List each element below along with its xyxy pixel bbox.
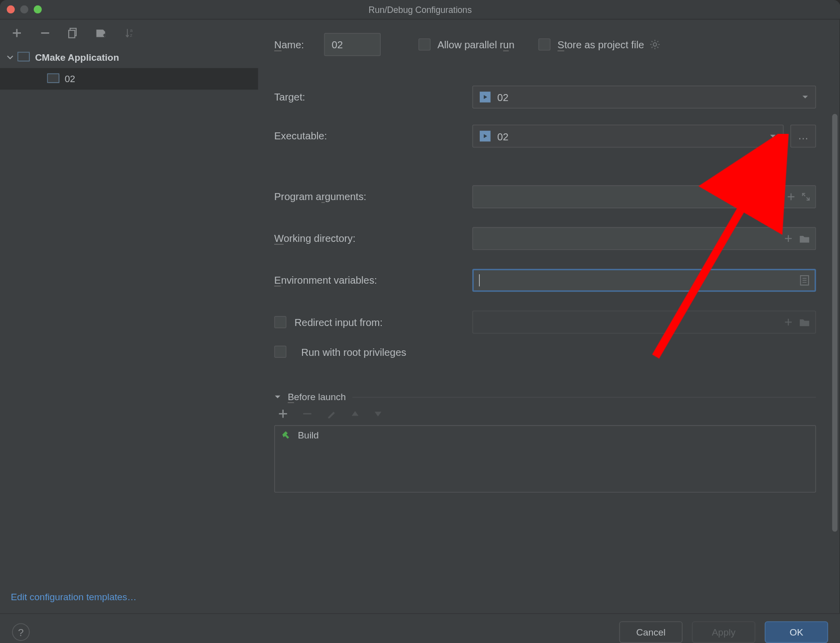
text-cursor xyxy=(479,274,480,286)
redirect-input-label: Redirect input from: xyxy=(295,317,383,328)
before-launch-label: Before launch xyxy=(288,392,346,403)
dialog-footer: ? Cancel Apply OK xyxy=(0,613,840,643)
svg-text:z: z xyxy=(130,32,132,38)
redirect-input-checkbox[interactable] xyxy=(274,316,286,328)
svg-rect-1 xyxy=(69,30,75,38)
remove-config-button[interactable] xyxy=(38,25,53,40)
cancel-button[interactable]: Cancel xyxy=(619,621,682,643)
before-launch-item-label: Build xyxy=(298,430,318,441)
before-launch-item[interactable]: Build xyxy=(275,426,815,445)
before-launch-section[interactable]: Before launch xyxy=(274,392,816,403)
sidebar-toolbar: az xyxy=(0,19,258,46)
vertical-scrollbar[interactable] xyxy=(832,114,838,532)
before-launch-list: Build xyxy=(274,425,816,492)
root-priv-checkbox[interactable] xyxy=(274,346,286,358)
program-args-input[interactable] xyxy=(472,185,816,208)
svg-text:a: a xyxy=(130,28,133,33)
run-target-icon xyxy=(480,92,491,103)
env-vars-input[interactable] xyxy=(472,269,816,292)
folder-icon xyxy=(799,318,810,326)
remove-task-button[interactable] xyxy=(303,409,312,419)
store-project-label: Store as project file xyxy=(557,39,644,50)
expand-icon[interactable] xyxy=(802,193,810,201)
insert-macro-icon xyxy=(784,318,792,326)
workdir-label: Working directory: xyxy=(274,232,355,244)
move-up-button[interactable] xyxy=(351,411,359,418)
close-window-button[interactable] xyxy=(7,5,15,13)
titlebar: Run/Debug Configurations xyxy=(0,0,840,19)
sort-config-button[interactable]: az xyxy=(122,25,137,40)
svg-point-4 xyxy=(653,43,656,46)
run-exec-icon xyxy=(480,131,491,142)
gear-icon[interactable] xyxy=(649,39,660,50)
env-browse-icon[interactable] xyxy=(800,275,809,286)
target-value: 02 xyxy=(497,91,509,103)
tree-item-02[interactable]: 02 xyxy=(0,68,258,90)
insert-macro-icon[interactable] xyxy=(787,193,795,201)
name-input[interactable] xyxy=(324,33,381,56)
store-project-checkbox[interactable] xyxy=(538,38,550,50)
edit-templates-link[interactable]: Edit configuration templates… xyxy=(11,592,137,603)
tree-group-label: CMake Application xyxy=(35,52,119,63)
sidebar: az CMake Application 02 Edit configurati… xyxy=(0,19,258,613)
chevron-down-icon xyxy=(769,133,776,140)
dialog-window: Run/Debug Configurations az xyxy=(0,0,840,643)
redirect-input-field xyxy=(472,311,816,333)
add-task-button[interactable] xyxy=(278,409,288,419)
executable-label: Executable: xyxy=(274,130,327,141)
apply-button: Apply xyxy=(692,621,755,643)
executable-select[interactable]: 02 xyxy=(472,124,784,147)
allow-parallel-label: Allow parallel run xyxy=(437,39,515,50)
root-priv-label: Run with root privileges xyxy=(301,346,406,357)
config-icon xyxy=(48,75,59,83)
minimize-window-button[interactable] xyxy=(20,5,28,13)
target-label: Target: xyxy=(274,91,305,103)
zoom-window-button[interactable] xyxy=(34,5,42,13)
copy-config-button[interactable] xyxy=(66,25,81,40)
allow-parallel-checkbox[interactable] xyxy=(419,38,430,50)
target-select[interactable]: 02 xyxy=(472,86,816,108)
sidebar-footer: Edit configuration templates… xyxy=(0,581,258,613)
chevron-down-icon xyxy=(802,94,809,101)
executable-value: 02 xyxy=(497,130,509,142)
program-args-label: Program arguments: xyxy=(274,191,366,202)
move-down-button[interactable] xyxy=(374,411,382,418)
add-config-button[interactable] xyxy=(9,25,24,40)
name-label: Name: xyxy=(274,39,304,50)
workdir-input[interactable] xyxy=(472,227,816,250)
hammer-icon xyxy=(280,430,291,441)
header-row: Name: Allow parallel run Store as projec… xyxy=(274,33,816,56)
browse-executable-button[interactable]: … xyxy=(790,124,816,147)
tree-group-cmake[interactable]: CMake Application xyxy=(0,46,258,68)
env-label: Environment variables: xyxy=(274,274,377,286)
window-title: Run/Debug Configurations xyxy=(0,4,840,14)
insert-macro-icon[interactable] xyxy=(784,234,792,242)
help-button[interactable]: ? xyxy=(12,623,29,641)
chevron-down-icon xyxy=(274,394,281,401)
config-tree: CMake Application 02 xyxy=(0,46,258,581)
ok-button[interactable]: OK xyxy=(765,621,828,643)
edit-task-button[interactable] xyxy=(327,409,336,419)
save-config-button[interactable] xyxy=(95,25,109,40)
before-launch-toolbar xyxy=(274,402,816,425)
window-controls xyxy=(7,5,42,13)
folder-icon[interactable] xyxy=(799,234,810,243)
cmake-app-icon xyxy=(19,53,30,61)
chevron-down-icon xyxy=(7,54,14,61)
tree-item-label: 02 xyxy=(65,74,75,85)
content-pane: Name: Allow parallel run Store as projec… xyxy=(258,19,840,613)
